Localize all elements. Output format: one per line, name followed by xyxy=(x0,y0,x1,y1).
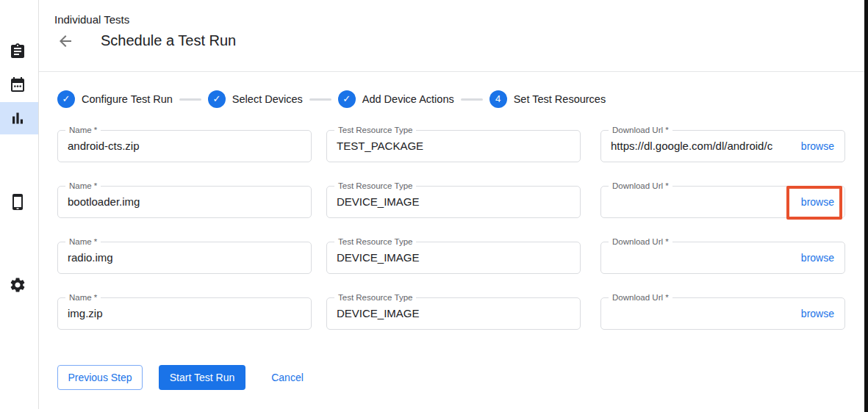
resource-type-label: Test Resource Type xyxy=(334,293,416,303)
start-test-run-button[interactable]: Start Test Run xyxy=(159,365,245,390)
download-url-field[interactable]: Download Url * browse xyxy=(600,186,845,218)
step-select-devices[interactable]: ✓ Select Devices xyxy=(208,90,303,108)
name-field[interactable]: Name * radio.img xyxy=(57,242,312,274)
name-field-label: Name * xyxy=(65,293,101,303)
resource-type-label: Test Resource Type xyxy=(334,126,416,135)
download-url-label: Download Url * xyxy=(609,181,672,191)
step-check-icon: ✓ xyxy=(338,90,356,108)
name-field[interactable]: Name * android-cts.zip xyxy=(57,130,312,162)
download-url-value: https://dl.google.com/dl/android/c xyxy=(601,131,798,162)
name-field[interactable]: Name * bootloader.img xyxy=(57,186,312,218)
resource-type-value: DEVICE_IMAGE xyxy=(327,242,580,273)
sidebar-item-test-plans[interactable] xyxy=(0,68,38,101)
back-button[interactable] xyxy=(57,32,76,51)
step-label: Configure Test Run xyxy=(82,93,173,105)
sidebar-item-test-runs[interactable] xyxy=(0,102,38,134)
sidebar-item-devices[interactable] xyxy=(0,186,38,218)
name-field-label: Name * xyxy=(65,126,101,135)
name-field-value: img.zip xyxy=(58,298,311,329)
browse-button[interactable]: browse xyxy=(798,131,844,162)
resource-type-value: TEST_PACKAGE xyxy=(327,131,580,162)
calendar-icon xyxy=(9,76,26,93)
download-url-field[interactable]: Download Url * https://dl.google.com/dl/… xyxy=(600,130,845,162)
name-field-label: Name * xyxy=(65,237,101,247)
download-url-label: Download Url * xyxy=(609,237,672,247)
name-field-label: Name * xyxy=(65,181,101,191)
resource-row: Name * radio.img Test Resource Type DEVI… xyxy=(39,242,864,274)
step-label: Set Test Resources xyxy=(514,93,606,105)
window-right-edge xyxy=(864,0,868,412)
page-header: Individual Tests Schedule a Test Run xyxy=(39,0,864,72)
step-connector xyxy=(179,98,201,101)
download-url-field[interactable]: Download Url * browse xyxy=(600,297,845,330)
bar-chart-icon xyxy=(9,109,26,127)
browse-button[interactable]: browse xyxy=(798,298,844,329)
arrow-back-icon xyxy=(57,40,74,52)
resource-type-label: Test Resource Type xyxy=(334,237,416,247)
sidebar-item-settings[interactable] xyxy=(0,269,38,301)
name-field-value: bootloader.img xyxy=(58,187,311,217)
step-set-test-resources[interactable]: 4 Set Test Resources xyxy=(489,90,606,108)
resource-type-value: DEVICE_IMAGE xyxy=(327,187,580,217)
previous-step-button[interactable]: Previous Step xyxy=(57,365,143,390)
breadcrumb: Individual Tests xyxy=(54,13,129,26)
clipboard-icon xyxy=(9,43,26,60)
resource-type-field[interactable]: Test Resource Type DEVICE_IMAGE xyxy=(326,242,581,274)
step-number: 4 xyxy=(489,90,507,108)
resource-type-field[interactable]: Test Resource Type DEVICE_IMAGE xyxy=(326,297,581,330)
browse-button[interactable]: browse xyxy=(798,242,844,273)
resource-row: Name * android-cts.zip Test Resource Typ… xyxy=(39,130,864,162)
resource-type-field[interactable]: Test Resource Type DEVICE_IMAGE xyxy=(326,186,581,218)
resource-row: Name * img.zip Test Resource Type DEVICE… xyxy=(39,297,864,330)
step-check-icon: ✓ xyxy=(208,90,226,108)
resource-row: Name * bootloader.img Test Resource Type… xyxy=(39,186,864,218)
sidebar-item-tests[interactable] xyxy=(0,35,38,68)
download-url-label: Download Url * xyxy=(609,126,672,135)
resource-type-label: Test Resource Type xyxy=(334,181,416,191)
sidebar xyxy=(0,0,39,409)
download-url-field[interactable]: Download Url * browse xyxy=(600,242,845,274)
download-url-label: Download Url * xyxy=(609,293,672,303)
name-field-value: radio.img xyxy=(58,242,311,273)
gear-icon xyxy=(9,276,26,294)
browse-button[interactable]: browse xyxy=(798,187,844,217)
main-content: Individual Tests Schedule a Test Run ✓ C… xyxy=(39,0,864,412)
action-bar: Previous Step Start Test Run Cancel xyxy=(39,365,864,390)
step-connector xyxy=(309,98,331,101)
page-title: Schedule a Test Run xyxy=(101,32,236,49)
name-field[interactable]: Name * img.zip xyxy=(57,297,312,330)
stepper: ✓ Configure Test Run ✓ Select Devices ✓ … xyxy=(57,89,606,109)
step-add-device-actions[interactable]: ✓ Add Device Actions xyxy=(338,90,454,108)
step-connector xyxy=(461,98,483,101)
smartphone-icon xyxy=(9,193,26,211)
step-check-icon: ✓ xyxy=(57,90,75,108)
step-label: Select Devices xyxy=(232,93,303,105)
step-label: Add Device Actions xyxy=(362,93,454,105)
step-configure-test-run[interactable]: ✓ Configure Test Run xyxy=(57,90,173,108)
cancel-button[interactable]: Cancel xyxy=(262,365,313,390)
resource-type-field[interactable]: Test Resource Type TEST_PACKAGE xyxy=(326,130,581,162)
resource-type-value: DEVICE_IMAGE xyxy=(327,298,580,329)
name-field-value: android-cts.zip xyxy=(58,131,311,162)
